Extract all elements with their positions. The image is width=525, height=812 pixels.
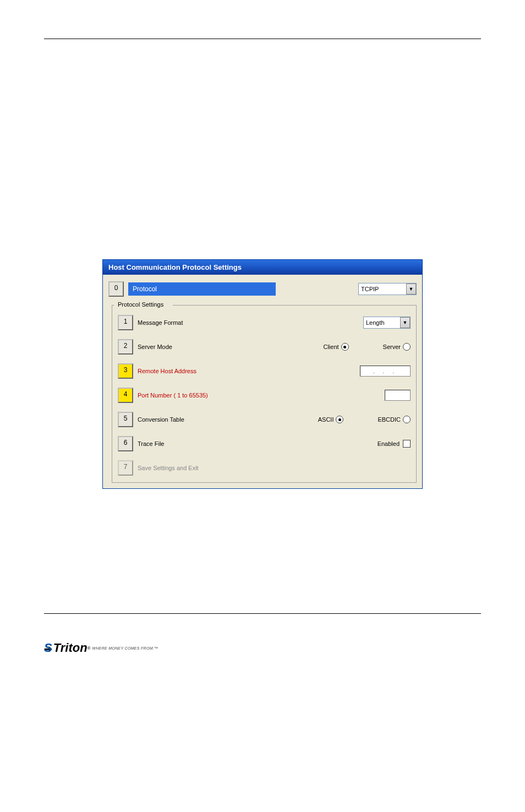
- enabled-label: Enabled: [378, 440, 400, 447]
- trace-file-checkbox[interactable]: [403, 440, 411, 448]
- ascii-radio-group[interactable]: ASCII: [318, 416, 344, 423]
- server-radio[interactable]: [403, 343, 411, 351]
- logo-tagline: WHERE MONEY COMES FROM.™: [92, 646, 158, 650]
- top-divider: [44, 39, 481, 39]
- port-number-row: 4 Port Number ( 1 to 65535): [116, 383, 413, 407]
- remote-host-row: 3 Remote Host Address . . .: [116, 359, 413, 383]
- save-settings-row: 7 Save Settings and Exit: [116, 456, 413, 480]
- trace-file-row: 6 Trace File Enabled: [116, 432, 413, 456]
- ascii-radio[interactable]: [336, 416, 343, 423]
- client-radio-label: Client: [323, 344, 338, 350]
- port-number-input[interactable]: [385, 390, 411, 401]
- message-format-label: Message Format: [138, 319, 363, 326]
- chevron-down-icon: ▼: [400, 317, 410, 328]
- protocol-num-button[interactable]: 0: [108, 281, 124, 297]
- protocol-dropdown[interactable]: TCPIP ▼: [358, 283, 417, 295]
- server-radio-group[interactable]: Server: [383, 343, 411, 351]
- bottom-divider: [44, 613, 481, 614]
- protocol-label: Protocol: [128, 282, 276, 296]
- ip-placeholder: . . .: [373, 368, 397, 374]
- fieldset-legend: Protocol Settings: [116, 301, 166, 308]
- remote-host-num-button[interactable]: 3: [118, 363, 133, 379]
- trace-file-label: Trace File: [138, 440, 378, 447]
- protocol-dropdown-value: TCPIP: [361, 286, 379, 292]
- logo-tm-icon: ®: [88, 646, 91, 651]
- ebcdic-radio[interactable]: [403, 416, 411, 423]
- logo-brand: Triton: [53, 641, 88, 655]
- ascii-radio-label: ASCII: [318, 416, 334, 423]
- footer-logo: S Triton® WHERE MONEY COMES FROM.™: [44, 641, 158, 655]
- message-format-row: 1 Message Format Length ▼: [116, 310, 413, 335]
- window-titlebar: Host Communication Protocol Settings: [103, 260, 422, 275]
- server-mode-row: 2 Server Mode Client Server: [116, 335, 413, 359]
- client-radio-group[interactable]: Client: [323, 343, 348, 351]
- remote-host-input[interactable]: . . .: [360, 366, 411, 377]
- message-format-num-button[interactable]: 1: [118, 315, 133, 330]
- settings-window: Host Communication Protocol Settings 0 P…: [102, 259, 423, 489]
- server-mode-num-button[interactable]: 2: [118, 339, 133, 355]
- server-mode-label: Server Mode: [138, 344, 323, 350]
- window-title: Host Communication Protocol Settings: [108, 263, 242, 271]
- ebcdic-radio-group[interactable]: EBCDIC: [378, 416, 411, 423]
- protocol-label-text: Protocol: [133, 285, 157, 293]
- protocol-row: 0 Protocol TCPIP ▼: [103, 275, 422, 302]
- ebcdic-radio-label: EBCDIC: [378, 416, 401, 423]
- save-settings-label: Save Settings and Exit: [138, 465, 411, 471]
- server-radio-label: Server: [383, 344, 401, 350]
- message-format-value: Length: [366, 319, 385, 326]
- port-number-num-button[interactable]: 4: [118, 388, 133, 403]
- message-format-dropdown[interactable]: Length ▼: [363, 317, 411, 329]
- client-radio[interactable]: [341, 343, 349, 351]
- conversion-table-row: 5 Conversion Table ASCII EBCDIC: [116, 407, 413, 432]
- logo-swoosh-icon: S: [44, 641, 52, 655]
- conversion-table-label: Conversion Table: [138, 416, 318, 423]
- chevron-down-icon: ▼: [406, 284, 416, 295]
- conversion-table-num-button[interactable]: 5: [118, 412, 133, 427]
- remote-host-label: Remote Host Address: [138, 368, 360, 374]
- protocol-settings-fieldset: Protocol Settings 1 Message Format Lengt…: [112, 305, 417, 483]
- save-settings-num-button[interactable]: 7: [118, 460, 133, 476]
- trace-file-num-button[interactable]: 6: [118, 436, 133, 451]
- port-number-label: Port Number ( 1 to 65535): [138, 392, 385, 399]
